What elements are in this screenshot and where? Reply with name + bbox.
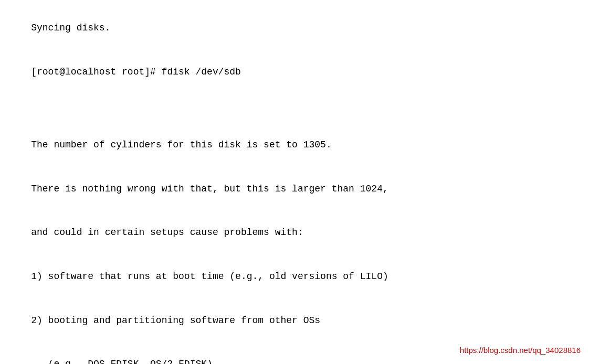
terminal-output: Syncing disks. [root@localhost root]# fd… [8, 6, 581, 364]
line-nothing-wrong: There is nothing wrong with that, but th… [31, 184, 388, 194]
line-cylinders: The number of cylinders for this disk is… [31, 140, 332, 150]
watermark: https://blog.csdn.net/qq_34028816 [460, 346, 581, 355]
line-software-boot: 1) software that runs at boot time (e.g.… [31, 271, 388, 282]
line-syncing: Syncing disks. [31, 23, 110, 33]
line-dos-fdisk: (e.g., DOS FDISK, OS/2 FDISK) [31, 359, 213, 364]
terminal-window: Syncing disks. [root@localhost root]# fd… [0, 0, 589, 364]
line-could-in: and could in certain setups cause proble… [31, 227, 303, 238]
line-fdisk-cmd: [root@localhost root]# fdisk /dev/sdb [31, 67, 241, 77]
line-booting: 2) booting and partitioning software fro… [31, 315, 320, 326]
